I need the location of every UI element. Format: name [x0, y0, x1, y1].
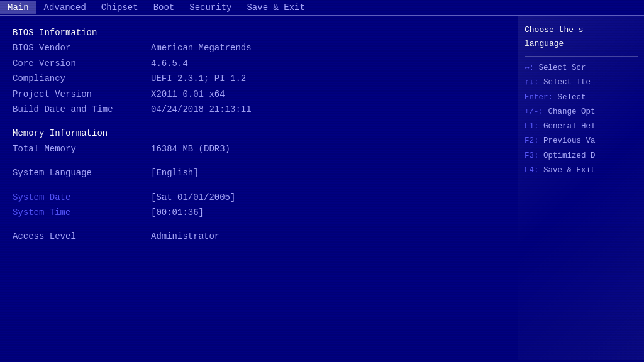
core-version-row: Core Version 4.6.5.4: [13, 57, 505, 70]
right-panel-header: Choose the slanguage: [525, 23, 638, 51]
help-key-enter: Enter:: [525, 93, 553, 102]
menu-item-security[interactable]: Security: [182, 1, 239, 14]
right-panel: Choose the slanguage ↔: Select Scr ↑↓: S…: [518, 16, 644, 360]
help-key-f3: F3:: [525, 151, 539, 160]
system-date-label: System Date: [13, 190, 151, 204]
bios-vendor-label: BIOS Vendor: [13, 41, 151, 55]
core-version-label: Core Version: [13, 57, 151, 70]
total-memory-row: Total Memory 16384 MB (DDR3): [13, 142, 505, 156]
help-key-arrows: ↔:: [525, 63, 534, 72]
help-change-opt: +/-: Change Opt: [525, 106, 638, 119]
help-select-item: ↑↓: Select Ite: [525, 76, 638, 89]
content-wrapper: BIOS Information BIOS Vendor American Me…: [0, 16, 644, 360]
access-level-label: Access Level: [13, 229, 151, 243]
menu-item-boot[interactable]: Boot: [146, 1, 182, 14]
menu-item-advanced[interactable]: Advanced: [36, 1, 94, 14]
access-level-value: Administrator: [151, 229, 219, 243]
project-version-label: Project Version: [13, 87, 151, 101]
build-date-label: Build Date and Time: [13, 102, 151, 116]
help-key-updown: ↑↓:: [525, 78, 539, 87]
help-key-f1: F1:: [525, 122, 539, 131]
system-date-value[interactable]: [Sat 01/01/2005]: [151, 190, 235, 204]
help-f1: F1: General Hel: [525, 120, 638, 133]
system-time-value[interactable]: [00:01:36]: [151, 206, 204, 219]
system-time-label: System Time: [13, 206, 151, 219]
bios-vendor-value: American Megatrends: [151, 41, 252, 55]
total-memory-value: 16384 MB (DDR3): [151, 142, 230, 156]
menu-item-chipset[interactable]: Chipset: [94, 1, 146, 14]
system-time-row[interactable]: System Time [00:01:36]: [13, 206, 505, 219]
help-select-screen: ↔: Select Scr: [525, 62, 638, 75]
system-date-row[interactable]: System Date [Sat 01/01/2005]: [13, 190, 505, 204]
menu-item-save-exit[interactable]: Save & Exit: [239, 1, 312, 14]
compliancy-row: Compliancy UEFI 2.3.1; PI 1.2: [13, 72, 505, 85]
help-f2: F2: Previous Va: [525, 134, 638, 148]
system-language-value: [English]: [151, 166, 199, 180]
help-f4: F4: Save & Exit: [525, 164, 638, 177]
help-enter: Enter: Select: [525, 91, 638, 104]
bios-section-title: BIOS Information: [13, 26, 505, 40]
help-key-f2: F2:: [525, 136, 539, 145]
total-memory-label: Total Memory: [13, 142, 151, 156]
help-key-plusminus: +/-:: [525, 107, 543, 116]
access-level-row: Access Level Administrator: [13, 229, 505, 243]
menu-bar: Main Advanced Chipset Boot Security Save…: [0, 0, 644, 16]
project-version-value: X2011 0.01 x64: [151, 87, 225, 101]
compliancy-label: Compliancy: [13, 72, 151, 85]
build-date-value: 04/24/2018 21:13:11: [151, 102, 252, 116]
help-key-f4: F4:: [525, 166, 539, 175]
bios-vendor-row: BIOS Vendor American Megatrends: [13, 41, 505, 55]
system-language-label: System Language: [13, 166, 151, 180]
system-language-row: System Language [English]: [13, 166, 505, 180]
memory-section-title: Memory Information: [13, 126, 505, 140]
build-date-row: Build Date and Time 04/24/2018 21:13:11: [13, 102, 505, 116]
right-panel-divider: [525, 56, 638, 57]
menu-item-main[interactable]: Main: [0, 1, 36, 14]
main-panel: BIOS Information BIOS Vendor American Me…: [0, 16, 518, 360]
core-version-value: 4.6.5.4: [151, 57, 188, 70]
compliancy-value: UEFI 2.3.1; PI 1.2: [151, 72, 246, 85]
project-version-row: Project Version X2011 0.01 x64: [13, 87, 505, 101]
help-f3: F3: Optimized D: [525, 150, 638, 163]
